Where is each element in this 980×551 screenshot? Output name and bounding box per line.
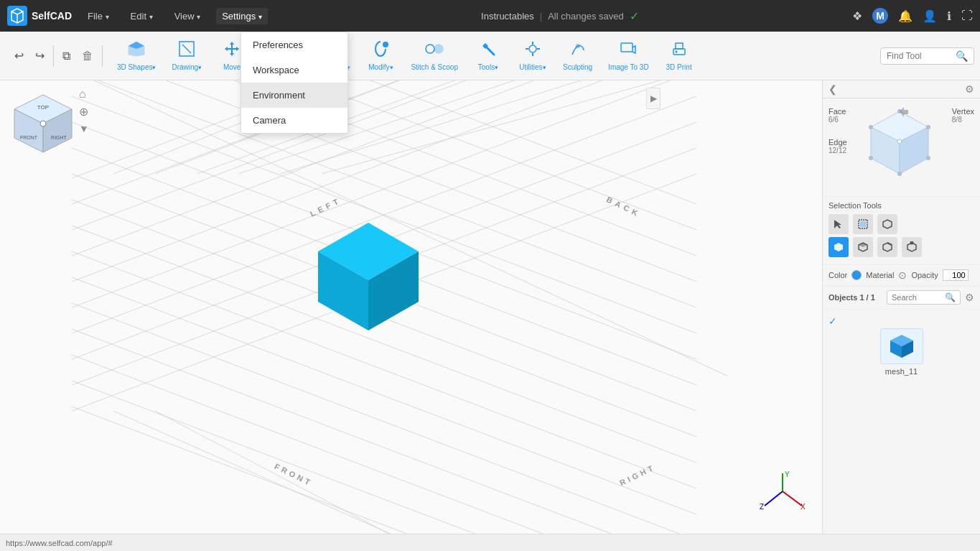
menu-file[interactable]: File ▾ xyxy=(82,8,115,24)
material-label: Material xyxy=(866,271,894,279)
color-picker[interactable] xyxy=(851,270,862,280)
user-icon[interactable]: 👤 xyxy=(923,9,937,23)
svg-line-39 xyxy=(72,80,696,204)
url-text: https://www.selfcad.com/app/# xyxy=(6,539,113,547)
tool-image-to-3d[interactable]: Image To 3D xyxy=(601,37,656,75)
svg-point-83 xyxy=(897,172,902,176)
sel-tool-1[interactable] xyxy=(829,214,849,234)
svg-line-38 xyxy=(72,80,696,230)
selection-tools: Selection Tools xyxy=(823,197,980,265)
material-icon[interactable]: ⊙ xyxy=(898,269,907,281)
tool-drawing[interactable]: Drawing▾ xyxy=(164,37,209,75)
action-separator2 xyxy=(102,45,103,67)
svg-text:Z: Z xyxy=(760,503,764,511)
object-thumbnail xyxy=(880,328,923,364)
sel-mode-object[interactable] xyxy=(829,237,849,257)
opacity-label: Opacity xyxy=(911,271,938,279)
menu-item-workspace[interactable]: Workspace xyxy=(241,57,347,83)
tool-utilities[interactable]: Utilities▾ xyxy=(511,37,554,75)
panel-collapse-button[interactable]: ❮ xyxy=(829,83,837,95)
m-icon[interactable]: M xyxy=(872,8,888,24)
selection-tools-label: Selection Tools xyxy=(829,201,974,210)
share-icon[interactable]: ❖ xyxy=(852,9,862,23)
sel-mode-vertex[interactable] xyxy=(902,237,922,257)
tool-sculpting[interactable]: Sculpting xyxy=(556,37,599,75)
canvas-area[interactable]: TOP FRONT RIGHT ⌂ ⊕ ▼ xyxy=(0,80,822,551)
objects-header: Objects 1 / 1 🔍 ⚙ xyxy=(823,286,980,310)
action-separator xyxy=(53,45,54,67)
objects-settings-icon[interactable]: ⚙ xyxy=(965,292,974,303)
top-bar: SelfCAD File ▾ Edit ▾ View ▾ Settings ▾ … xyxy=(0,0,980,32)
svg-point-11 xyxy=(434,45,443,53)
tool-3d-print[interactable]: 3D Print xyxy=(658,37,701,75)
menu-edit[interactable]: Edit ▾ xyxy=(125,8,159,24)
svg-line-40 xyxy=(72,80,696,178)
redo-button[interactable]: ↪ xyxy=(32,46,47,65)
sculpting-icon xyxy=(569,40,587,62)
sel-tool-3[interactable] xyxy=(877,214,897,234)
tool-modify-label: Modify▾ xyxy=(368,63,393,72)
geometry-info: Face 6/6 Edge 12/12 xyxy=(823,98,980,197)
main-area: TOP FRONT RIGHT ⌂ ⊕ ▼ xyxy=(0,80,980,551)
face-count: 6/6 xyxy=(829,116,847,124)
object-item[interactable]: ✓ mesh_11 xyxy=(823,310,980,381)
status-check-icon: ✓ xyxy=(630,9,639,23)
bell-icon[interactable]: 🔔 xyxy=(898,9,913,23)
svg-line-55 xyxy=(72,381,696,551)
svg-point-97 xyxy=(910,241,914,245)
tool-stitch-scoop[interactable]: Stitch & Scoop xyxy=(403,37,465,75)
geo-row: Face 6/6 Edge 12/12 xyxy=(829,104,974,190)
tool-3d-shapes[interactable]: 3D Shapes▾ xyxy=(110,37,163,75)
app-logo[interactable]: SelfCAD xyxy=(7,6,72,26)
svg-line-95 xyxy=(887,243,892,245)
top-icons: ❖ M 🔔 👤 ℹ ⛶ xyxy=(852,8,973,24)
info-icon[interactable]: ℹ xyxy=(947,9,951,23)
geo-settings-icon[interactable]: ⚙ xyxy=(965,83,974,95)
stitch-scoop-icon xyxy=(424,40,444,62)
tool-sculpting-label: Sculpting xyxy=(563,63,592,72)
sel-mode-face[interactable] xyxy=(853,237,873,257)
3d-print-icon xyxy=(671,40,688,62)
tool-tools-label: Tools▾ xyxy=(478,63,498,72)
delete-button[interactable]: 🗑 xyxy=(79,47,96,65)
menu-item-preferences[interactable]: Preferences xyxy=(241,32,347,57)
tool-3d-shapes-label: 3D Shapes▾ xyxy=(117,63,156,72)
settings-dropdown-menu: Preferences Workspace Environment Camera xyxy=(241,32,348,134)
find-tool-input[interactable] xyxy=(887,51,951,61)
undo-button[interactable]: ↩ xyxy=(11,46,27,65)
logo-text: SelfCAD xyxy=(32,10,72,22)
opacity-input[interactable] xyxy=(943,269,969,281)
expand-panel-button[interactable]: ▶ xyxy=(646,88,661,109)
sel-tool-2[interactable] xyxy=(853,214,873,234)
material-row: Color Material ⊙ Opacity xyxy=(823,265,980,286)
search-box[interactable]: 🔍 xyxy=(887,290,961,305)
tool-tools[interactable]: Tools▾ xyxy=(467,37,510,75)
svg-point-18 xyxy=(576,44,580,48)
find-tool-wrap[interactable]: 🔍 xyxy=(880,47,974,65)
fullscreen-icon[interactable]: ⛶ xyxy=(961,9,973,22)
copy-button[interactable]: ⧉ xyxy=(60,47,73,65)
face-info: Face 6/6 xyxy=(829,107,847,124)
svg-rect-20 xyxy=(673,49,685,55)
svg-point-9 xyxy=(383,42,388,47)
objects-panel: ✓ mesh_11 xyxy=(823,310,980,551)
platform-text: Instructables xyxy=(481,11,534,22)
svg-point-86 xyxy=(897,139,902,144)
vertex-info: Vertex 8/8 xyxy=(952,104,974,124)
tools-icon xyxy=(480,40,497,62)
geo-labels: Face 6/6 Edge 12/12 xyxy=(829,104,847,154)
tool-modify[interactable]: Modify▾ xyxy=(359,37,402,75)
svg-line-74 xyxy=(783,491,802,506)
menu-view[interactable]: View ▾ xyxy=(169,8,207,24)
svg-rect-89 xyxy=(860,221,866,227)
status-text: All changes saved xyxy=(548,11,624,22)
svg-line-65 xyxy=(72,80,696,230)
svg-text:Y: Y xyxy=(785,471,790,478)
svg-marker-90 xyxy=(883,220,892,228)
sel-mode-edge[interactable] xyxy=(877,237,897,257)
menu-item-camera[interactable]: Camera xyxy=(241,108,347,133)
svg-point-81 xyxy=(926,125,930,129)
search-input[interactable] xyxy=(892,293,942,302)
menu-item-environment[interactable]: Environment xyxy=(241,83,347,108)
menu-settings[interactable]: Settings ▾ xyxy=(216,8,268,24)
